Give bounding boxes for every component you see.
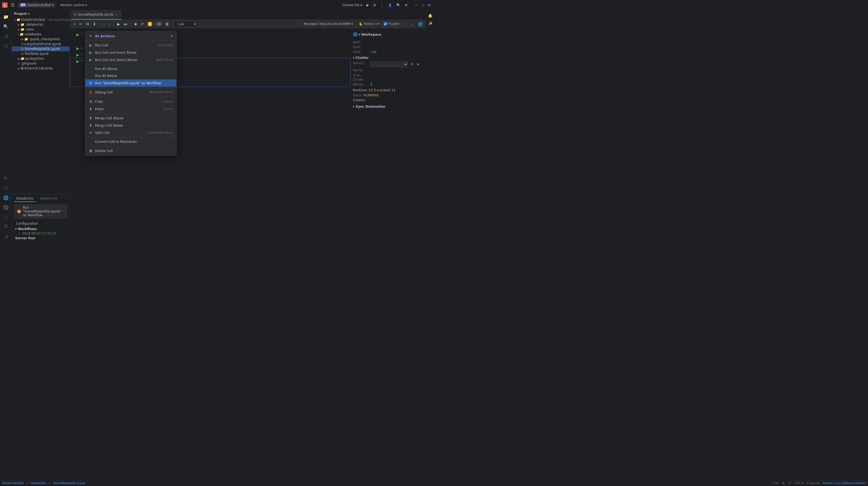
sidebar-item-refresh[interactable]: ↻ xyxy=(2,174,10,182)
sidebar-item-clock[interactable]: ⏱ xyxy=(2,223,10,231)
sidebar-item-layers[interactable]: ⬡ xyxy=(2,183,10,192)
ai-button[interactable]: ✨ xyxy=(427,20,434,26)
project-header[interactable]: Project ▾ xyxy=(12,10,70,17)
workflows-section[interactable]: ▾ Workflows xyxy=(14,226,67,232)
search-button[interactable]: 🔍 xyxy=(395,2,402,8)
add-cell-button[interactable]: + xyxy=(72,21,77,27)
run-cell-4-button[interactable]: ▶ xyxy=(76,59,79,63)
toolbar-globe[interactable]: 🌐 xyxy=(416,21,424,27)
sidebar-item-globe[interactable]: 🌐 xyxy=(2,193,10,202)
version-control-menu[interactable]: Version control ▾ xyxy=(58,2,89,8)
menu-item-convert-markdown[interactable]: Convert Cell to Markdown xyxy=(85,138,177,145)
menu-item-run-below[interactable]: Run All Below xyxy=(85,73,177,79)
run-cell-3-button[interactable]: ▶ xyxy=(76,53,79,57)
bottom-tab-databricks2[interactable]: Databricks xyxy=(38,196,59,202)
tree-item-external[interactable]: ▶ 🏛 External Libraries xyxy=(12,66,70,71)
more-options-button[interactable]: ⋮ xyxy=(379,2,385,8)
notifications-button[interactable]: 🔔 xyxy=(427,12,434,19)
sidebar-item-extensions[interactable]: ⬡ xyxy=(2,41,10,50)
tree-item-purepython[interactable]: ▶ 📁 purepython xyxy=(12,56,70,61)
menu-item-paste[interactable]: ⬇ Paste Ctrl+V xyxy=(85,105,177,113)
delete-cell-button[interactable]: 🗑 xyxy=(164,21,170,27)
workspace-label: Workspace xyxy=(361,33,381,36)
toolbar-nav-up[interactable]: ↑ xyxy=(403,21,408,27)
menu-item-debug[interactable]: 🐞 Debug Cell Alt+Shift+Enter xyxy=(85,89,177,96)
copy-cell-button[interactable]: ⧉ xyxy=(85,21,90,27)
refresh-cluster-button[interactable]: ↺ xyxy=(409,62,414,67)
workflow-run-label: Run "SomeMatplotlib.ipynb" as Workflow xyxy=(23,206,65,217)
sidebar-item-terminal[interactable]: ⬚ xyxy=(2,213,10,221)
tree-item-root[interactable]: ▾ 📁 DatabricksTest ~/PycharmProjects/Dat… xyxy=(12,17,70,22)
host-value[interactable]: .net xyxy=(370,50,377,54)
run-below-button[interactable]: ⏬ xyxy=(146,21,154,27)
cluster-section[interactable]: ▾ Cluster xyxy=(353,56,424,60)
close-button[interactable]: ✕ xyxy=(427,2,432,8)
menu-item-merge-above[interactable]: ⬆ Merge Cell Above xyxy=(85,114,177,122)
paste-cell-button[interactable]: ⬇ xyxy=(91,21,97,27)
maximize-button[interactable]: □ xyxy=(420,2,426,8)
tree-item-testnote[interactable]: ⊙ TestNote.ipynb xyxy=(12,51,70,56)
tree-item-notebooks[interactable]: ▾ 📁 notebooks xyxy=(12,32,70,37)
menu-item-ai-actions[interactable]: ✦ AI Actions ▶ xyxy=(85,32,177,40)
current-file-button[interactable]: Current File ▾ xyxy=(341,2,364,8)
cell-type-select[interactable]: Code Markdown Raw xyxy=(174,21,197,27)
minimize-button[interactable]: ─ xyxy=(414,2,419,8)
trusted-badge[interactable]: Trusted xyxy=(382,21,401,26)
sync-section[interactable]: ▾ Sync Destnation xyxy=(353,105,424,109)
config-item[interactable]: Configuration xyxy=(14,221,67,226)
server-run-section[interactable]: Server Run xyxy=(14,235,67,241)
run-cell-button[interactable]: ▶ xyxy=(116,21,121,27)
sidebar-item-branch[interactable]: ⎇ xyxy=(2,232,10,241)
bottom-tab-more[interactable]: ⋯ xyxy=(64,197,67,201)
bottom-tab-databricks1[interactable]: Databricks xyxy=(14,196,36,202)
workspace-chevron: ▾ xyxy=(359,33,360,36)
move-down-button[interactable]: ↓ xyxy=(107,21,112,27)
menu-item-delete[interactable]: 🗑 Delete Cell xyxy=(85,147,177,154)
editor-tab-somematplotlib[interactable]: ⊙ SomeMatplotlib.ipynb × xyxy=(71,10,121,20)
menu-item-merge-below[interactable]: ⬇ Merge Cell Below xyxy=(85,122,177,129)
sidebar-item-search[interactable]: 🔍 xyxy=(2,22,10,31)
restart-button[interactable]: ↺ xyxy=(139,21,145,27)
move-up-button[interactable]: ↑ xyxy=(101,21,106,27)
tree-item-gitignore[interactable]: ⊘ .gitignore xyxy=(12,61,70,66)
tree-item-databricks[interactable]: ▶ 📁 .databricks xyxy=(12,22,70,27)
menu-button[interactable]: ☰ xyxy=(10,1,16,9)
tree-item-largedataframe[interactable]: ⊙ LargeDataframe.ipynb xyxy=(12,41,70,47)
menu-item-run-workflow[interactable]: 🔷 Run "SomeMatplotlib.ipynb" as Workflow xyxy=(85,79,177,87)
menu-item-run-select[interactable]: ▶ Run Cell and Select Below Shift+Enter xyxy=(85,56,177,63)
menu-item-run-above[interactable]: Run All Above xyxy=(85,65,177,73)
stop-cluster-button[interactable]: ■ xyxy=(415,62,420,67)
menu-item-run-insert[interactable]: ▶ Run Cell and Insert Below xyxy=(85,49,177,56)
run-button[interactable]: ▶ xyxy=(365,2,370,8)
host-label: Host: xyxy=(353,50,369,54)
clear-button[interactable]: ⌫ xyxy=(155,21,163,27)
gear-button[interactable]: ⚙ xyxy=(403,2,409,8)
workspace-section[interactable]: ▾ Workspace xyxy=(359,33,381,36)
menu-item-split[interactable]: ⇔ Split Cell Ctrl+Shift+Minus xyxy=(85,129,177,136)
project-selector[interactable]: DT DatabricksTest ▾ xyxy=(18,2,56,8)
run-cell-2-button[interactable]: ▶ xyxy=(76,46,79,51)
run-cell-1-button[interactable]: ▶ xyxy=(76,32,79,37)
sidebar-item-git[interactable]: ⎇ xyxy=(2,32,10,40)
stop-button[interactable]: ■ xyxy=(133,21,138,27)
workflow-run-timestamp[interactable]: ✓ 2024-05-07 17:15:37 xyxy=(18,232,67,235)
profile-button[interactable]: 👤 xyxy=(386,2,394,8)
cut-cell-button[interactable]: ✂ xyxy=(78,21,84,27)
cluster-select[interactable] xyxy=(370,61,408,67)
tab-close-button[interactable]: × xyxy=(115,13,119,17)
sidebar-item-stack[interactable]: ⬛ xyxy=(2,203,10,212)
toolbar-nav-down[interactable]: ↓ xyxy=(410,21,414,27)
workflow-run-button[interactable]: 🔶 Run "SomeMatplotlib.ipynb" as Workflow xyxy=(14,204,67,219)
settings-icon-btn[interactable]: ⚙ xyxy=(372,2,378,8)
trusted-checkbox[interactable] xyxy=(384,22,387,26)
menu-item-run-cell[interactable]: ▶ Run Cell Ctrl+Enter xyxy=(85,41,177,49)
tree-item-ipynb-checkpoints[interactable]: ▶ 📁 .ipynb_checkpoints xyxy=(12,37,70,41)
tab-bar: ⊙ SomeMatplotlib.ipynb × ⋮ xyxy=(70,10,426,20)
databricks-panel: 🔶 Run "SomeMatplotlib.ipynb" as Workflow… xyxy=(12,202,70,243)
sidebar-item-folder[interactable]: 📁 xyxy=(2,12,10,21)
tree-item-somematplotlib[interactable]: ⊙ SomeMatplotlib.ipynb xyxy=(12,47,70,51)
tab-bar-actions[interactable]: ⋮ xyxy=(417,13,425,17)
menu-item-copy[interactable]: ⧉ Copy Ctrl+C xyxy=(85,98,177,105)
run-all-button[interactable]: ⏭ xyxy=(123,21,129,27)
tree-item-venv[interactable]: ▶ 📁 .venv xyxy=(12,27,70,32)
